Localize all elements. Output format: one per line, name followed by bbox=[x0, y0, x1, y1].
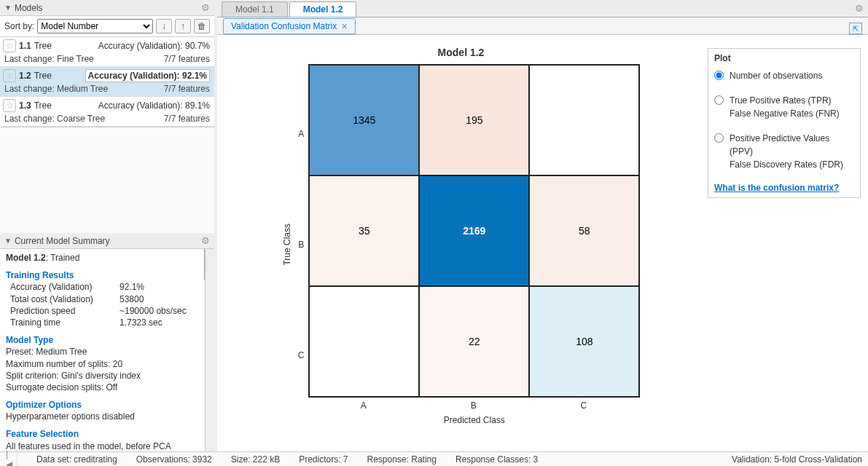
sort-label: Sort by: bbox=[4, 21, 34, 31]
statusbar-back-icon[interactable]: |◀ bbox=[6, 449, 17, 467]
matrix-cell: 108 bbox=[529, 286, 639, 397]
help-link-confusion-matrix[interactable]: What is the confusion matrix? bbox=[714, 183, 854, 193]
plot-tabbar: Validation Confusion Matrix ✕ ⇱ bbox=[217, 17, 868, 35]
x-axis-label: Predicted Class bbox=[308, 415, 640, 425]
confusion-matrix: 13451953521695822108 bbox=[308, 64, 640, 398]
model-item[interactable]: ☆ 1.1 Tree Accuracy (Validation): 90.7% … bbox=[0, 37, 214, 67]
star-icon[interactable]: ☆ bbox=[3, 69, 16, 82]
delete-button[interactable]: 🗑 bbox=[194, 19, 210, 33]
summary-panel-title: Current Model Summary bbox=[15, 236, 201, 246]
models-blank-area bbox=[0, 127, 214, 233]
tab-model-1-2[interactable]: Model 1.2 bbox=[289, 1, 357, 17]
radio-tpr-fnr[interactable] bbox=[714, 95, 724, 105]
y-axis-label: True Class bbox=[282, 224, 292, 266]
model-last-change: Last change: Coarse Tree bbox=[4, 114, 164, 124]
status-response-classes: Response Classes: 3 bbox=[455, 454, 538, 465]
tab-model-1-1[interactable]: Model 1.1 bbox=[222, 1, 288, 17]
training-results-header: Training Results bbox=[6, 269, 208, 281]
model-last-change: Last change: Medium Tree bbox=[4, 84, 164, 94]
status-bar: |◀ Data set: creditrating Observations: … bbox=[0, 451, 868, 466]
x-tick: B bbox=[418, 400, 528, 411]
sort-select[interactable]: Model Number bbox=[37, 19, 153, 33]
plot-options-panel: Plot Number of observations True Positiv… bbox=[708, 48, 861, 198]
sort-up-button[interactable]: ↑ bbox=[175, 19, 191, 33]
matrix-cell: 1345 bbox=[309, 65, 419, 175]
optimizer-options-header: Optimizer Options bbox=[6, 399, 208, 411]
model-tabbar: Model 1.1 Model 1.2 ⚙ bbox=[217, 0, 868, 17]
status-validation: Validation: 5-fold Cross-Validation bbox=[732, 454, 862, 465]
model-type: Tree bbox=[34, 71, 52, 81]
status-predictors: Predictors: 7 bbox=[299, 454, 348, 465]
matrix-cell: 58 bbox=[529, 175, 639, 286]
plot-options-header: Plot bbox=[714, 53, 854, 63]
status-dataset: Data set: creditrating bbox=[36, 454, 117, 465]
model-accuracy: Accuracy (Validation): 92.1% bbox=[85, 69, 210, 82]
matrix-cell: 2169 bbox=[419, 175, 529, 286]
model-accuracy: Accuracy (Validation): 89.1% bbox=[98, 100, 210, 111]
matrix-cell bbox=[309, 286, 419, 397]
summary-body: Model 1.2: Trained Training Results Accu… bbox=[0, 249, 214, 451]
sort-down-button[interactable]: ↓ bbox=[156, 19, 172, 33]
gear-icon[interactable]: ⚙ bbox=[201, 235, 210, 246]
model-item[interactable]: ☆ 1.2 Tree Accuracy (Validation): 92.1% … bbox=[0, 67, 214, 97]
model-id: 1.3 bbox=[19, 100, 31, 111]
model-features: 7/7 features bbox=[164, 84, 210, 94]
models-panel-title: Models bbox=[15, 3, 201, 13]
matrix-cell: 22 bbox=[419, 286, 529, 397]
tab-confusion-matrix[interactable]: Validation Confusion Matrix ✕ bbox=[223, 18, 356, 34]
star-icon[interactable]: ☆ bbox=[3, 39, 16, 52]
model-type: Tree bbox=[34, 41, 52, 51]
x-tick: A bbox=[308, 400, 418, 411]
model-features: 7/7 features bbox=[164, 54, 210, 64]
matrix-cell bbox=[529, 65, 639, 175]
collapse-icon: ▼ bbox=[4, 4, 12, 12]
model-accuracy: Accuracy (Validation): 90.7% bbox=[98, 41, 210, 51]
status-response: Response: Rating bbox=[367, 454, 437, 465]
models-panel-header[interactable]: ▼ Models ⚙ bbox=[0, 0, 214, 16]
chart-title: Model 1.2 bbox=[438, 47, 485, 58]
status-size: Size: 222 kB bbox=[231, 454, 280, 465]
model-item[interactable]: ☆ 1.3 Tree Accuracy (Validation): 89.1% … bbox=[0, 97, 214, 127]
star-icon[interactable]: ☆ bbox=[3, 99, 16, 112]
model-features: 7/7 features bbox=[164, 114, 210, 124]
status-observations: Observations: 3932 bbox=[136, 454, 212, 465]
models-list: ☆ 1.1 Tree Accuracy (Validation): 90.7% … bbox=[0, 37, 214, 127]
x-tick: C bbox=[528, 400, 638, 411]
model-id: 1.2 bbox=[19, 71, 31, 81]
feature-selection-header: Feature Selection bbox=[6, 428, 208, 440]
collapse-icon: ▼ bbox=[4, 237, 12, 245]
matrix-cell: 35 bbox=[309, 175, 419, 286]
radio-ppv-fdr[interactable] bbox=[714, 133, 724, 143]
model-type-header: Model Type bbox=[6, 334, 208, 346]
matrix-cell: 195 bbox=[419, 65, 529, 175]
y-tick: B bbox=[298, 189, 305, 300]
model-type: Tree bbox=[34, 100, 52, 111]
model-id: 1.1 bbox=[19, 41, 31, 51]
gear-icon[interactable]: ⚙ bbox=[201, 2, 210, 13]
radio-number-observations[interactable] bbox=[714, 71, 724, 80]
popout-icon[interactable]: ⇱ bbox=[849, 23, 862, 34]
close-icon[interactable]: ✕ bbox=[341, 22, 348, 31]
model-last-change: Last change: Fine Tree bbox=[4, 54, 164, 64]
y-tick: A bbox=[298, 79, 305, 189]
summary-panel-header[interactable]: ▼ Current Model Summary ⚙ bbox=[0, 233, 214, 249]
summary-model-name: Model 1.2: Trained bbox=[6, 252, 208, 264]
gear-icon[interactable]: ⚙ bbox=[855, 3, 864, 14]
y-tick: C bbox=[298, 300, 305, 411]
